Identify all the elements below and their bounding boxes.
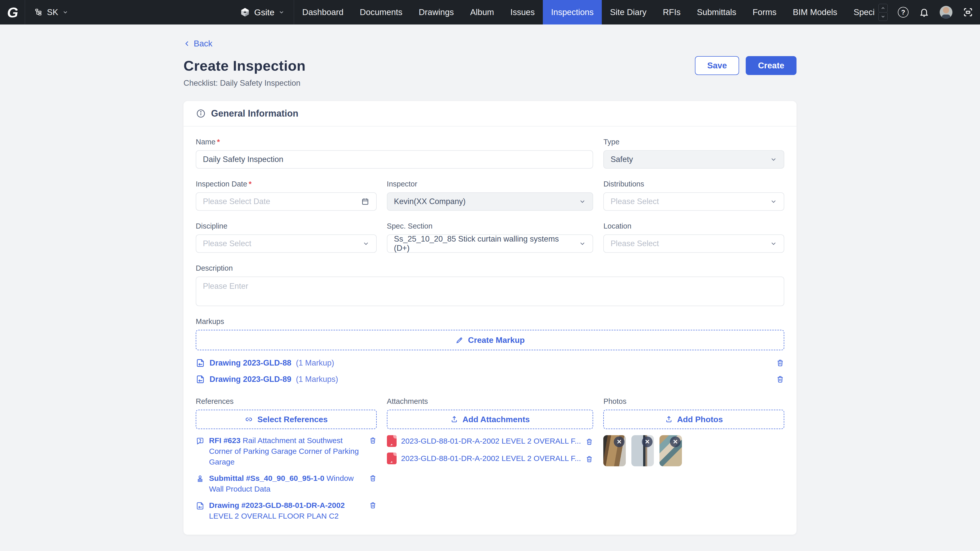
markup-pen-icon bbox=[455, 336, 464, 345]
chevron-down-icon bbox=[770, 240, 777, 247]
trash-icon[interactable] bbox=[369, 502, 377, 521]
main-nav-menu: Dashboard Documents Drawings Album Issue… bbox=[294, 0, 875, 24]
info-icon bbox=[196, 108, 206, 119]
type-value: Safety bbox=[611, 155, 633, 164]
trash-icon[interactable] bbox=[585, 455, 593, 463]
nav-scroll-down-button[interactable] bbox=[878, 12, 888, 21]
markup-drawing-link[interactable]: Drawing 2023-GLD-88 bbox=[210, 359, 291, 368]
nav-item-bim-models[interactable]: BIM Models bbox=[784, 0, 845, 24]
references-label: References bbox=[196, 397, 234, 406]
reference-link[interactable]: Drawing #2023-GLD-88-01-DR-A-2002 LEVEL … bbox=[209, 500, 364, 521]
reference-link[interactable]: Submittal #Ss_40_90_60_95-1-0 Window Wal… bbox=[209, 473, 364, 494]
product-label: Gsite bbox=[254, 7, 274, 17]
reference-title: LEVEL 2 OVERALL FLOOR PLAN C2 bbox=[209, 512, 339, 520]
create-button[interactable]: Create bbox=[746, 56, 797, 75]
add-attachments-button[interactable]: Add Attachments bbox=[387, 410, 593, 429]
photo-thumbnail[interactable]: ✕ bbox=[603, 435, 626, 466]
help-icon[interactable]: ? bbox=[898, 7, 908, 17]
inspection-date-input[interactable]: Please Select Date bbox=[196, 192, 377, 211]
nav-item-rfis[interactable]: RFIs bbox=[655, 0, 689, 24]
nav-item-site-diary[interactable]: Site Diary bbox=[602, 0, 655, 24]
save-button[interactable]: Save bbox=[695, 56, 739, 75]
remove-photo-icon[interactable]: ✕ bbox=[614, 437, 625, 447]
inspection-date-label: Inspection Date bbox=[196, 180, 247, 188]
location-select[interactable]: Please Select bbox=[603, 234, 784, 253]
chevron-down-icon bbox=[278, 9, 285, 15]
nav-item-forms[interactable]: Forms bbox=[745, 0, 785, 24]
photo-thumbnail[interactable]: ✕ bbox=[632, 435, 654, 466]
photo-thumbnail[interactable]: ✕ bbox=[659, 435, 682, 466]
description-label: Description bbox=[196, 264, 233, 272]
inspection-date-placeholder: Please Select Date bbox=[203, 197, 270, 206]
back-link[interactable]: Back bbox=[183, 39, 212, 48]
description-textarea[interactable]: Please Enter bbox=[196, 276, 784, 306]
markup-drawing-link[interactable]: Drawing 2023-GLD-89 bbox=[210, 375, 291, 384]
nav-item-album[interactable]: Album bbox=[462, 0, 502, 24]
reference-id: Drawing #2023-GLD-88-01-DR-A-2002 bbox=[209, 501, 345, 510]
discipline-field: Discipline Please Select bbox=[196, 222, 377, 253]
reference-link[interactable]: RFI #623 Rail Attachment at Southwest Co… bbox=[209, 435, 364, 467]
discipline-select[interactable]: Please Select bbox=[196, 234, 377, 253]
nav-item-dashboard[interactable]: Dashboard bbox=[294, 0, 352, 24]
select-references-label: Select References bbox=[257, 415, 328, 424]
name-label: Name bbox=[196, 138, 215, 146]
attachment-link[interactable]: 2023-GLD-88-01-DR-A-2002 LEVEL 2 OVERALL… bbox=[401, 454, 581, 463]
create-markup-button[interactable]: Create Markup bbox=[196, 330, 784, 350]
attachment-link[interactable]: 2023-GLD-88-01-DR-A-2002 LEVEL 2 OVERALL… bbox=[401, 437, 581, 445]
nav-item-specifications[interactable]: Specifications bbox=[845, 0, 875, 24]
trash-icon[interactable] bbox=[585, 438, 593, 446]
product-switcher[interactable]: Gsite bbox=[231, 7, 294, 17]
pdf-file-icon bbox=[387, 435, 396, 447]
top-navbar: G SK Gsite Da bbox=[0, 0, 980, 24]
markups-label: Markups bbox=[196, 318, 224, 326]
markup-row: Drawing 2023-GLD-88 (1 Markup) bbox=[196, 356, 784, 370]
submittal-stamp-icon bbox=[196, 475, 204, 494]
trash-icon[interactable] bbox=[776, 359, 784, 367]
chevron-down-icon bbox=[770, 198, 777, 205]
workspace-switcher[interactable]: SK bbox=[25, 7, 231, 17]
attachment-item: 2023-GLD-88-01-DR-A-2002 LEVEL 2 OVERALL… bbox=[387, 435, 593, 447]
remove-photo-icon[interactable]: ✕ bbox=[670, 437, 681, 447]
location-field: Location Please Select bbox=[603, 222, 784, 253]
nav-item-drawings[interactable]: Drawings bbox=[410, 0, 462, 24]
drawing-file-icon bbox=[196, 502, 204, 521]
add-photos-button[interactable]: Add Photos bbox=[603, 410, 784, 429]
inspector-value: Kevin(XX Company) bbox=[394, 197, 466, 206]
fullscreen-icon[interactable] bbox=[963, 7, 974, 17]
trash-icon[interactable] bbox=[369, 437, 377, 467]
nav-right-controls: ? bbox=[875, 4, 980, 21]
inspector-select[interactable]: Kevin(XX Company) bbox=[387, 192, 593, 211]
nav-scroll-up-button[interactable] bbox=[878, 4, 888, 13]
nav-item-issues[interactable]: Issues bbox=[502, 0, 543, 24]
reference-id: RFI #623 bbox=[209, 436, 240, 445]
required-asterisk: * bbox=[249, 180, 251, 188]
name-input[interactable]: Daily Safety Inspection bbox=[196, 150, 593, 168]
required-asterisk: * bbox=[217, 138, 220, 146]
nav-item-inspections[interactable]: Inspections bbox=[543, 0, 602, 24]
trash-icon[interactable] bbox=[776, 375, 784, 383]
user-avatar[interactable] bbox=[940, 6, 953, 19]
distributions-label: Distributions bbox=[603, 180, 644, 188]
markup-count: (1 Markups) bbox=[296, 375, 338, 384]
add-attachments-label: Add Attachments bbox=[463, 415, 530, 424]
select-references-button[interactable]: Select References bbox=[196, 410, 377, 429]
markup-count: (1 Markup) bbox=[296, 359, 334, 368]
markups-section: Markups Create Markup bbox=[196, 318, 784, 386]
spec-section-value: Ss_25_10_20_85 Stick curtain walling sys… bbox=[394, 234, 575, 253]
distributions-select[interactable]: Please Select bbox=[603, 192, 784, 211]
type-select[interactable]: Safety bbox=[603, 150, 784, 168]
reference-item: RFI #623 Rail Attachment at Southwest Co… bbox=[196, 435, 377, 467]
reference-item: Drawing #2023-GLD-88-01-DR-A-2002 LEVEL … bbox=[196, 500, 377, 521]
description-placeholder: Please Enter bbox=[203, 282, 248, 291]
remove-photo-icon[interactable]: ✕ bbox=[642, 437, 652, 447]
nav-item-documents[interactable]: Documents bbox=[352, 0, 410, 24]
drawing-file-icon bbox=[196, 375, 205, 384]
nav-item-submittals[interactable]: Submittals bbox=[689, 0, 745, 24]
notifications-bell-icon[interactable] bbox=[919, 7, 929, 17]
workspace-label: SK bbox=[47, 7, 58, 17]
chevron-down-icon bbox=[770, 156, 777, 163]
attachments-section: Attachments Add Attachments bbox=[387, 397, 593, 521]
trash-icon[interactable] bbox=[369, 475, 377, 494]
distributions-field: Distributions Please Select bbox=[603, 180, 784, 211]
spec-section-select[interactable]: Ss_25_10_20_85 Stick curtain walling sys… bbox=[387, 234, 593, 253]
